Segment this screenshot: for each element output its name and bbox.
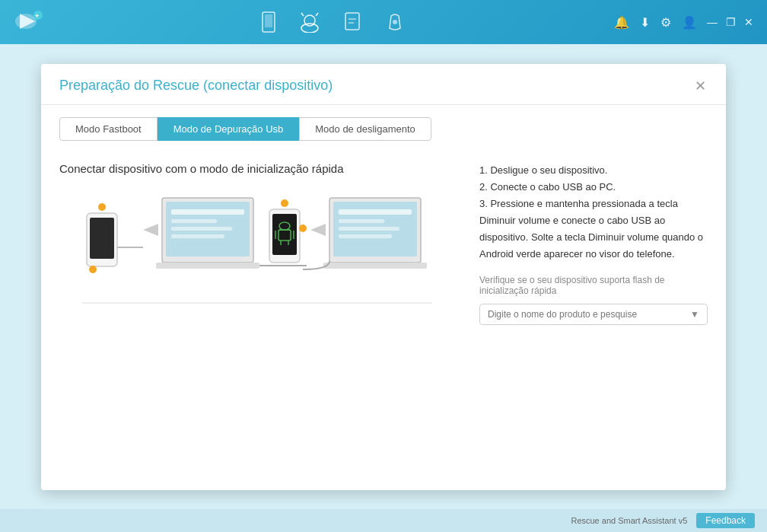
svg-rect-10 [345,13,359,30]
app-logo: + [12,7,50,37]
illustration [59,190,432,312]
settings-icon[interactable]: ⚙ [660,15,671,30]
svg-rect-44 [339,227,399,231]
dialog-left: Conectar dispositivo com o modo de inici… [59,162,449,326]
minimize-button[interactable]: — [706,16,718,28]
nav-icons [50,11,614,33]
tabs-row: Modo Fastboot Modo de Depuração Usb Modo… [41,105,726,141]
svg-point-7 [304,15,315,26]
main-area: Preparação do Rescue (conectar dispositi… [0,44,767,509]
topbar-right-actions: 🔔 ⬇ ⚙ 👤 [614,15,697,30]
svg-line-8 [301,13,304,16]
window-controls: — ❐ ✕ [706,16,755,28]
tab-shutdown[interactable]: Modo de desligamento [299,117,431,141]
svg-rect-24 [171,227,232,231]
svg-point-28 [281,199,288,207]
maximize-button[interactable]: ❐ [724,16,737,28]
close-window-button[interactable]: ✕ [743,16,755,28]
svg-rect-23 [171,219,217,223]
bell-icon[interactable]: 🔔 [614,15,629,30]
svg-line-9 [316,13,318,16]
tab-fastboot[interactable]: Modo Fastboot [59,117,158,141]
svg-rect-43 [339,219,384,223]
top-bar: + 🔔 ⬇ ⚙ 👤 — ❐ ✕ [0,0,767,44]
svg-rect-30 [272,214,297,255]
svg-rect-16 [90,218,114,259]
instruction-title: Conectar dispositivo com o modo de inici… [59,162,344,175]
svg-marker-39 [310,224,326,236]
verify-text: Verifique se o seu dispositivo suporta f… [479,275,708,296]
dialog-body: Conectar dispositivo com o modo de inici… [41,141,726,344]
svg-text:+: + [35,12,39,20]
tab-usb-debug[interactable]: Modo de Depuração Usb [158,117,300,141]
svg-rect-22 [171,209,244,215]
svg-point-13 [393,20,397,24]
svg-rect-5 [265,14,272,27]
search-input-wrap[interactable]: ▼ [479,304,708,325]
nav-item-phone[interactable] [260,11,277,33]
svg-point-6 [301,24,318,33]
svg-rect-42 [339,209,412,215]
dropdown-icon: ▼ [690,309,699,320]
svg-rect-25 [171,234,224,238]
dialog-close-button[interactable]: ✕ [693,78,708,94]
step-list: 1. Desligue o seu dispositivo. 2. Conect… [479,162,708,263]
dialog-right: 1. Desligue o seu dispositivo. 2. Conect… [479,162,708,326]
svg-point-38 [299,225,307,232]
svg-rect-26 [156,263,259,269]
product-search-input[interactable] [488,309,686,320]
nav-item-backup[interactable] [342,11,362,33]
feedback-button[interactable]: Feedback [696,513,755,528]
svg-point-17 [89,266,97,273]
nav-item-toolkit[interactable] [385,11,405,33]
svg-point-14 [98,203,106,211]
user-icon[interactable]: 👤 [682,15,697,30]
dialog: Preparação do Rescue (conectar dispositi… [41,64,726,490]
bottom-bar: Rescue and Smart Assistant v5 Feedback [0,509,767,532]
download-icon[interactable]: ⬇ [640,15,650,30]
svg-rect-45 [339,234,392,238]
svg-rect-46 [323,263,427,269]
dialog-title: Preparação do Rescue (conectar dispositi… [59,78,333,104]
svg-marker-19 [143,224,158,236]
dialog-header: Preparação do Rescue (conectar dispositi… [41,64,726,105]
app-version-text: Rescue and Smart Assistant v5 [571,516,687,525]
nav-item-android[interactable] [300,11,320,33]
